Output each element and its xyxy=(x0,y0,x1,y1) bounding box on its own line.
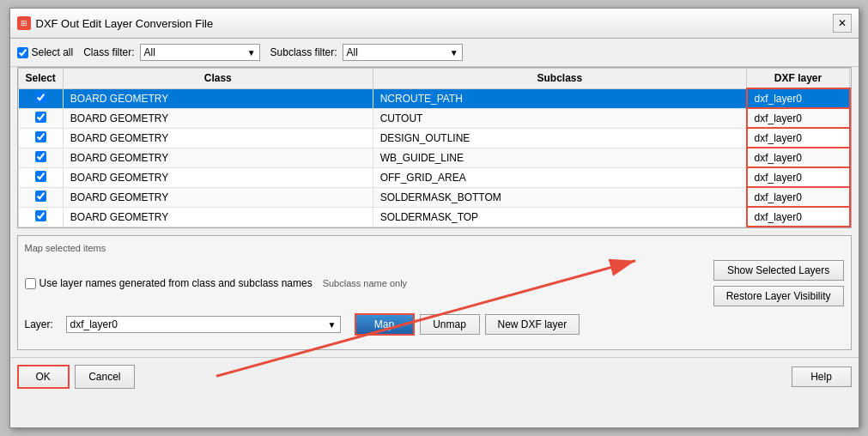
row-dxf-cell: dxf_layer0 xyxy=(747,187,850,207)
use-layer-names-checkbox[interactable] xyxy=(25,278,36,289)
select-all-checkbox-label[interactable]: Select all xyxy=(17,46,74,58)
row-checkbox[interactable] xyxy=(35,171,46,182)
subclass-filter-arrow-icon: ▼ xyxy=(450,48,458,58)
table-row[interactable]: BOARD GEOMETRYSOLDERMASK_BOTTOMdxf_layer… xyxy=(18,187,850,207)
row-class-cell: BOARD GEOMETRY xyxy=(63,207,373,227)
layer-table: Select Class Subclass DXF layer BOARD GE… xyxy=(18,68,851,227)
window-title: DXF Out Edit Layer Conversion File xyxy=(36,17,214,30)
table-row[interactable]: BOARD GEOMETRYSOLDERMASK_TOPdxf_layer0 xyxy=(18,207,850,227)
col-header-select: Select xyxy=(18,69,63,89)
layer-dropdown-arrow-icon: ▼ xyxy=(328,320,337,330)
layer-row: Layer: dxf_layer0 ▼ Map Unmap New DXF la… xyxy=(25,313,844,336)
row-checkbox[interactable] xyxy=(35,210,46,221)
row-subclass-cell: SOLDERMASK_BOTTOM xyxy=(373,187,746,207)
row-select-cell[interactable] xyxy=(18,108,63,128)
class-filter-group: Class filter: All ▼ xyxy=(83,44,259,61)
action-buttons: Map Unmap New DXF layer xyxy=(355,313,580,336)
row-checkbox[interactable] xyxy=(35,112,46,123)
row-dxf-cell: dxf_layer0 xyxy=(747,108,850,128)
col-header-dxf: DXF layer xyxy=(747,69,850,89)
subclass-filter-dropdown[interactable]: All ▼ xyxy=(343,44,463,61)
show-selected-layers-button[interactable]: Show Selected Layers xyxy=(713,260,844,281)
col-header-class: Class xyxy=(63,69,373,89)
row-subclass-cell: OFF_GRID_AREA xyxy=(373,167,746,187)
row-class-cell: BOARD GEOMETRY xyxy=(63,108,373,128)
select-all-checkbox[interactable] xyxy=(17,47,28,58)
bottom-left-buttons: OK Cancel xyxy=(17,365,135,389)
row-class-cell: BOARD GEOMETRY xyxy=(63,148,373,167)
row-subclass-cell: SOLDERMASK_TOP xyxy=(373,207,746,227)
row-subclass-cell: CUTOUT xyxy=(373,108,746,128)
row-select-cell[interactable] xyxy=(18,148,63,167)
row-dxf-cell: dxf_layer0 xyxy=(747,148,850,167)
class-filter-dropdown[interactable]: All ▼ xyxy=(140,44,260,61)
help-button[interactable]: Help xyxy=(792,366,852,387)
row-subclass-cell: DESIGN_OUTLINE xyxy=(373,128,746,148)
row-select-cell[interactable] xyxy=(18,128,63,148)
row-class-cell: BOARD GEOMETRY xyxy=(63,187,373,207)
row-subclass-cell: WB_GUIDE_LINE xyxy=(373,148,746,167)
table-row[interactable]: BOARD GEOMETRYOFF_GRID_AREAdxf_layer0 xyxy=(18,167,850,187)
class-filter-arrow-icon: ▼ xyxy=(247,48,256,58)
bottom-bar: OK Cancel Help xyxy=(10,357,859,396)
title-bar: ⊞ DXF Out Edit Layer Conversion File ✕ xyxy=(10,9,859,39)
row-checkbox[interactable] xyxy=(35,131,46,142)
row-dxf-cell: dxf_layer0 xyxy=(747,167,850,187)
restore-layer-visibility-button[interactable]: Restore Layer Visibility xyxy=(713,286,844,306)
row-select-cell[interactable] xyxy=(18,187,63,207)
row-class-cell: BOARD GEOMETRY xyxy=(63,88,373,108)
map-options: Use layer names generated from class and… xyxy=(25,260,844,306)
close-button[interactable]: ✕ xyxy=(833,14,852,33)
row-checkbox[interactable] xyxy=(35,151,46,162)
table-row[interactable]: BOARD GEOMETRYCUTOUTdxf_layer0 xyxy=(18,108,850,128)
new-dxf-layer-button[interactable]: New DXF layer xyxy=(485,314,580,335)
use-layer-names-label[interactable]: Use layer names generated from class and… xyxy=(25,277,313,289)
subclass-filter-group: Subclass filter: All ▼ xyxy=(270,44,463,61)
row-dxf-cell: dxf_layer0 xyxy=(747,128,850,148)
row-checkbox[interactable] xyxy=(35,191,46,202)
cancel-button[interactable]: Cancel xyxy=(75,365,135,389)
right-buttons: Show Selected Layers Restore Layer Visib… xyxy=(713,260,844,306)
row-select-cell[interactable] xyxy=(18,207,63,227)
table-row[interactable]: BOARD GEOMETRYWB_GUIDE_LINEdxf_layer0 xyxy=(18,148,850,167)
class-filter-label: Class filter: xyxy=(83,46,134,58)
row-class-cell: BOARD GEOMETRY xyxy=(63,128,373,148)
layer-label: Layer: xyxy=(25,318,59,330)
subclass-filter-label: Subclass filter: xyxy=(270,46,337,58)
row-select-cell[interactable] xyxy=(18,167,63,187)
row-dxf-cell: dxf_layer0 xyxy=(747,88,850,108)
row-subclass-cell: NCROUTE_PATH xyxy=(373,88,746,108)
unmap-button[interactable]: Unmap xyxy=(420,314,480,335)
main-window: ⊞ DXF Out Edit Layer Conversion File ✕ S… xyxy=(9,8,859,428)
ok-button[interactable]: OK xyxy=(17,365,70,389)
map-section-title: Map selected items xyxy=(25,243,844,253)
app-icon: ⊞ xyxy=(17,16,31,30)
row-class-cell: BOARD GEOMETRY xyxy=(63,167,373,187)
col-header-subclass: Subclass xyxy=(373,69,746,89)
row-dxf-cell: dxf_layer0 xyxy=(747,207,850,227)
table-row[interactable]: BOARD GEOMETRYDESIGN_OUTLINEdxf_layer0 xyxy=(18,128,850,148)
row-checkbox[interactable] xyxy=(35,92,46,103)
map-section: Map selected items Use layer names gener… xyxy=(17,235,852,350)
map-button[interactable]: Map xyxy=(355,313,415,336)
row-select-cell[interactable] xyxy=(18,88,63,108)
layer-table-container: Select Class Subclass DXF layer BOARD GE… xyxy=(17,67,852,228)
layer-dropdown[interactable]: dxf_layer0 ▼ xyxy=(66,316,341,333)
toolbar: Select all Class filter: All ▼ Subclass … xyxy=(10,39,859,67)
table-row[interactable]: BOARD GEOMETRYNCROUTE_PATHdxf_layer0 xyxy=(18,88,850,108)
subclass-only-label: Subclass name only xyxy=(323,278,407,288)
